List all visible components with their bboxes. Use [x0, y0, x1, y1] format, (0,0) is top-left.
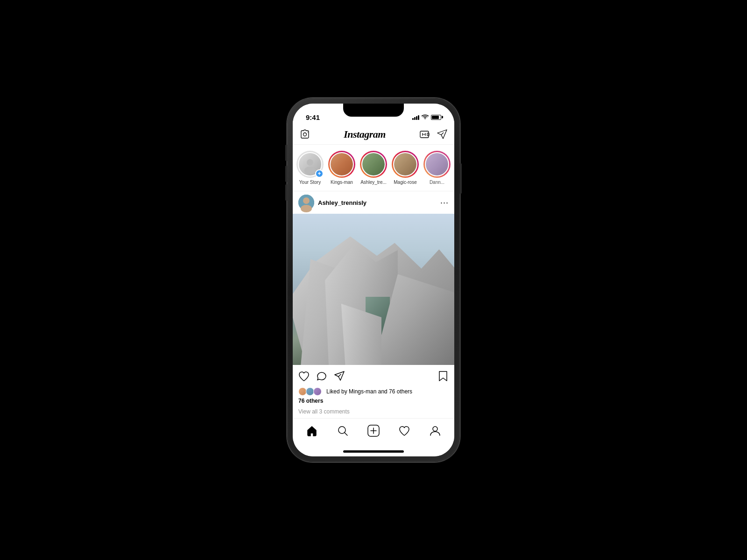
svg-point-8 — [307, 159, 313, 166]
svg-rect-3 — [427, 133, 429, 136]
battery-icon — [431, 115, 441, 120]
svg-point-19 — [433, 427, 437, 431]
kings-man-avatar-wrapper — [328, 151, 355, 178]
post-user-info[interactable]: Ashley_trennisly — [298, 195, 366, 210]
camera-button[interactable] — [299, 129, 310, 140]
add-story-badge: + — [315, 169, 324, 178]
nav-profile[interactable] — [425, 420, 445, 441]
wifi-icon — [422, 113, 429, 121]
svg-point-9 — [304, 167, 316, 174]
bottom-nav — [293, 418, 454, 446]
magic-rose-avatar — [393, 152, 417, 176]
comment-button[interactable] — [316, 371, 327, 382]
svg-point-1 — [308, 132, 309, 133]
like-avatar-3 — [313, 387, 322, 396]
story-magic-rose[interactable]: Magic-rose — [392, 151, 419, 185]
likes-avatars: Liked by Mings-man and 76 others — [298, 387, 449, 396]
dann-label: Dann... — [430, 180, 444, 185]
home-bar — [343, 450, 404, 453]
signal-bar-4 — [418, 115, 419, 120]
header-right-icons — [419, 129, 448, 140]
svg-line-13 — [338, 374, 341, 377]
dann-avatar — [425, 152, 449, 176]
home-indicator — [293, 446, 454, 456]
svg-point-0 — [303, 133, 307, 136]
nav-home[interactable] — [302, 420, 322, 441]
battery-fill — [432, 116, 439, 119]
nav-search[interactable] — [332, 420, 353, 441]
post-image — [293, 214, 454, 365]
others-count[interactable]: 76 others — [298, 398, 449, 404]
nav-heart[interactable] — [394, 420, 415, 441]
post-comments: View all 3 comments — [293, 406, 454, 418]
signal-bar-3 — [416, 116, 417, 120]
ashley-avatar — [361, 152, 386, 176]
kings-man-label: Kings-man — [331, 180, 353, 185]
magic-rose-avatar-wrapper — [392, 151, 419, 178]
signal-bars-icon — [412, 114, 419, 120]
post-username: Ashley_trennisly — [318, 199, 366, 206]
story-dann[interactable]: Dann... — [423, 151, 451, 185]
post-likes: Liked by Mings-man and 76 others 76 othe… — [293, 387, 454, 406]
kings-man-avatar — [330, 152, 354, 176]
share-button[interactable] — [334, 371, 345, 382]
svg-point-12 — [301, 205, 312, 212]
svg-line-7 — [441, 133, 444, 135]
status-icons — [412, 113, 441, 121]
stories-row: + Your Story Kings-man — [293, 145, 454, 191]
story-ashley[interactable]: Ashley_tre... — [360, 151, 387, 185]
post-header: Ashley_trennisly ··· — [293, 191, 454, 214]
notch — [343, 104, 404, 117]
post-user-avatar — [298, 195, 314, 210]
action-icons-left — [298, 371, 345, 382]
post-actions — [293, 365, 454, 387]
signal-bar-1 — [412, 118, 414, 120]
status-time: 9:41 — [306, 113, 320, 121]
save-button[interactable] — [437, 371, 449, 382]
svg-line-15 — [345, 433, 347, 435]
phone-screen: 9:41 — [293, 104, 454, 456]
dann-avatar-wrapper — [423, 151, 451, 178]
your-story-label: Your Story — [299, 180, 321, 185]
like-button[interactable] — [298, 371, 310, 382]
signal-bar-2 — [414, 117, 416, 120]
app-header: Instagram — [293, 124, 454, 145]
send-button[interactable] — [437, 129, 448, 140]
story-kings-man[interactable]: Kings-man — [328, 151, 355, 185]
igtv-button[interactable] — [419, 129, 430, 140]
nav-add[interactable] — [363, 420, 384, 441]
your-story-avatar-wrapper: + — [296, 151, 324, 178]
post-more-button[interactable]: ··· — [440, 198, 449, 208]
status-bar: 9:41 — [293, 104, 454, 124]
phone-device: 9:41 — [287, 98, 460, 462]
ashley-label: Ashley_tre... — [360, 180, 387, 185]
magic-rose-label: Magic-rose — [394, 180, 416, 185]
story-your-story[interactable]: + Your Story — [296, 151, 324, 185]
likes-text: Liked by Mings-man and 76 others — [326, 388, 412, 395]
view-comments-link[interactable]: View all 3 comments — [298, 408, 350, 415]
svg-point-11 — [303, 197, 310, 204]
instagram-logo: Instagram — [344, 128, 386, 140]
ashley-avatar-wrapper — [360, 151, 387, 178]
